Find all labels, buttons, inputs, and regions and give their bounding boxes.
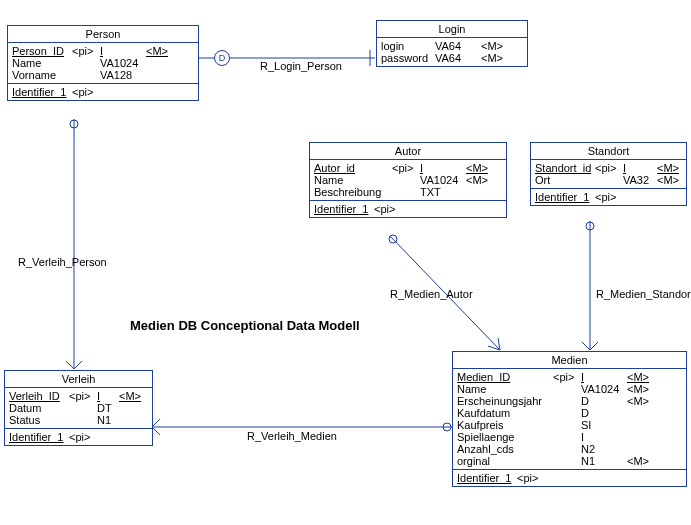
rel-verleih-person: R_Verleih_Person	[18, 256, 107, 268]
entity-attrs: Medien_ID<pi>I<M> NameVA1024<M> Erschein…	[453, 369, 686, 470]
rel-login-person: R_Login_Person	[260, 60, 342, 72]
svg-point-5	[443, 423, 451, 431]
entity-title: Person	[8, 26, 198, 43]
entity-title: Standort	[531, 143, 686, 160]
entity-attrs: Person_ID<pi>I<M> NameVA1024 VornameVA12…	[8, 43, 198, 84]
entity-attrs: Verleih_ID<pi>I<M> DatumDT StatusN1	[5, 388, 152, 429]
entity-identifier: Identifier_1<pi>	[8, 84, 198, 100]
entity-identifier: Identifier_1<pi>	[453, 470, 686, 486]
entity-login: Login loginVA64<M> passwordVA64<M>	[376, 20, 528, 67]
dependency-marker: D	[214, 50, 230, 66]
entity-autor: Autor Autor_id<pi>I<M> NameVA1024<M> Bes…	[309, 142, 507, 218]
diagram-title: Medien DB Conceptional Data Modell	[130, 318, 360, 333]
entity-title: Medien	[453, 352, 686, 369]
er-diagram-canvas: D Person Person_ID<pi>I<M> NameVA1024 Vo…	[0, 0, 691, 525]
entity-attrs: Autor_id<pi>I<M> NameVA1024<M> Beschreib…	[310, 160, 506, 201]
entity-attrs: loginVA64<M> passwordVA64<M>	[377, 38, 527, 66]
entity-attrs: Standort_id<pi>I<M> OrtVA32<M>	[531, 160, 686, 189]
entity-standort: Standort Standort_id<pi>I<M> OrtVA32<M> …	[530, 142, 687, 206]
svg-point-9	[586, 222, 594, 230]
entity-title: Autor	[310, 143, 506, 160]
rel-medien-standort: R_Medien_Standort	[596, 288, 691, 300]
entity-identifier: Identifier_1<pi>	[5, 429, 152, 445]
entity-title: Verleih	[5, 371, 152, 388]
entity-medien: Medien Medien_ID<pi>I<M> NameVA1024<M> E…	[452, 351, 687, 487]
svg-point-3	[70, 120, 78, 128]
rel-medien-autor: R_Medien_Autor	[390, 288, 473, 300]
entity-identifier: Identifier_1<pi>	[310, 201, 506, 217]
entity-identifier: Identifier_1<pi>	[531, 189, 686, 205]
entity-title: Login	[377, 21, 527, 38]
entity-person: Person Person_ID<pi>I<M> NameVA1024 Vorn…	[7, 25, 199, 101]
svg-point-7	[389, 235, 397, 243]
entity-verleih: Verleih Verleih_ID<pi>I<M> DatumDT Statu…	[4, 370, 153, 446]
rel-verleih-medien: R_Verleih_Medien	[247, 430, 337, 442]
